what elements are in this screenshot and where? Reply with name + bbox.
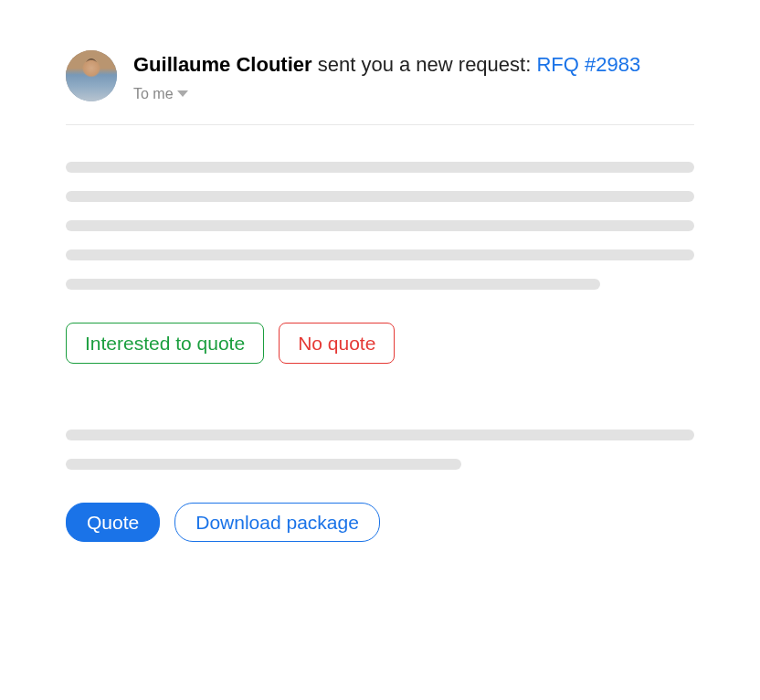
- subject-line: Guillaume Cloutier sent you a new reques…: [133, 52, 694, 79]
- sender-avatar[interactable]: [66, 50, 117, 101]
- action-button-row: Quote Download package: [66, 503, 694, 542]
- header-text-block: Guillaume Cloutier sent you a new reques…: [133, 50, 694, 102]
- email-header: Guillaume Cloutier sent you a new reques…: [66, 50, 694, 125]
- sender-name: Guillaume Cloutier: [133, 53, 312, 76]
- text-placeholder: [66, 459, 461, 470]
- avatar-image: [66, 50, 117, 101]
- rfq-link[interactable]: RFQ #2983: [536, 53, 640, 76]
- recipient-dropdown[interactable]: To me: [133, 86, 694, 102]
- chevron-down-icon: [177, 90, 188, 97]
- subject-suffix: sent you a new request:: [312, 53, 537, 76]
- interested-to-quote-button[interactable]: Interested to quote: [66, 323, 264, 364]
- no-quote-button[interactable]: No quote: [279, 323, 395, 364]
- recipient-label: To me: [133, 86, 174, 102]
- download-package-button[interactable]: Download package: [174, 503, 380, 542]
- email-container: Guillaume Cloutier sent you a new reques…: [0, 0, 760, 542]
- email-body: Interested to quote No quote Quote Downl…: [66, 125, 694, 542]
- text-placeholder: [66, 430, 694, 440]
- text-placeholder: [66, 279, 600, 290]
- text-placeholder: [66, 249, 694, 260]
- quote-button[interactable]: Quote: [66, 503, 160, 542]
- response-button-row: Interested to quote No quote: [66, 323, 694, 364]
- text-placeholder: [66, 220, 694, 231]
- text-placeholder: [66, 191, 694, 202]
- text-placeholder: [66, 162, 694, 173]
